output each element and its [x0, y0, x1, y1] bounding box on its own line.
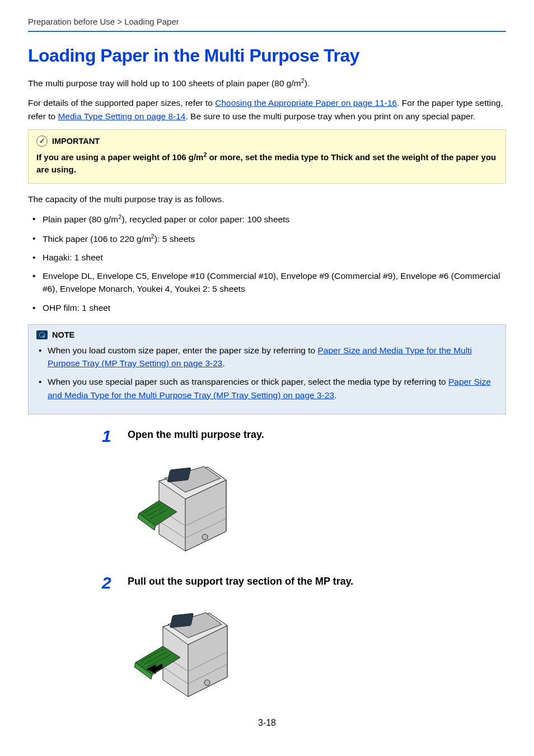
step-1: 1 Open the multi purpose tray.: [102, 428, 506, 571]
printer-illustration: [132, 447, 238, 557]
important-body: If you are using a paper weight of 106 g…: [36, 150, 498, 176]
step-number: 1: [102, 428, 114, 571]
svg-rect-0: [167, 468, 191, 482]
step-number: 2: [102, 575, 114, 718]
list-item: Hagaki: 1 sheet: [28, 251, 506, 264]
intro-paragraph-1: The multi purpose tray will hold up to 1…: [28, 76, 506, 90]
page-number: 3-18: [0, 718, 534, 728]
svg-rect-2: [170, 613, 194, 628]
step-title: Open the multi purpose tray.: [128, 429, 506, 441]
step-title: Pull out the support tray section of the…: [128, 576, 506, 587]
list-item: When you load custom size paper, enter t…: [36, 344, 498, 370]
printer-illustration: [132, 594, 238, 703]
link-choosing-paper[interactable]: Choosing the Appropriate Paper on page 1…: [215, 98, 397, 108]
svg-point-1: [202, 534, 208, 540]
intro-paragraph-2: For details of the supported paper sizes…: [28, 96, 506, 123]
list-item: Envelope DL, Envelope C5, Envelope #10 (…: [28, 269, 506, 296]
important-box: ✓ IMPORTANT If you are using a paper wei…: [28, 129, 506, 184]
capacity-intro: The capacity of the multi purpose tray i…: [28, 193, 506, 206]
note-box: NOTE When you load custom size paper, en…: [28, 324, 506, 414]
list-item: Plain paper (80 g/m2), recycled paper or…: [28, 212, 506, 226]
list-item: Thick paper (106 to 220 g/m2): 5 sheets: [28, 232, 506, 245]
step-2: 2 Pull out the support tray section of t…: [102, 575, 506, 718]
list-item: When you use special paper such as trans…: [36, 375, 498, 402]
capacity-list: Plain paper (80 g/m2), recycled paper or…: [28, 212, 506, 314]
important-label: IMPORTANT: [52, 137, 100, 146]
check-icon: ✓: [36, 136, 48, 147]
page-title: Loading Paper in the Multi Purpose Tray: [28, 45, 506, 66]
note-label: NOTE: [52, 330, 74, 339]
breadcrumb: Preparation before Use > Loading Paper: [28, 17, 506, 32]
link-media-type-setting[interactable]: Media Type Setting on page 8-14: [58, 111, 185, 121]
note-icon: [36, 330, 48, 339]
svg-point-3: [204, 680, 210, 685]
list-item: OHP film: 1 sheet: [28, 301, 506, 314]
